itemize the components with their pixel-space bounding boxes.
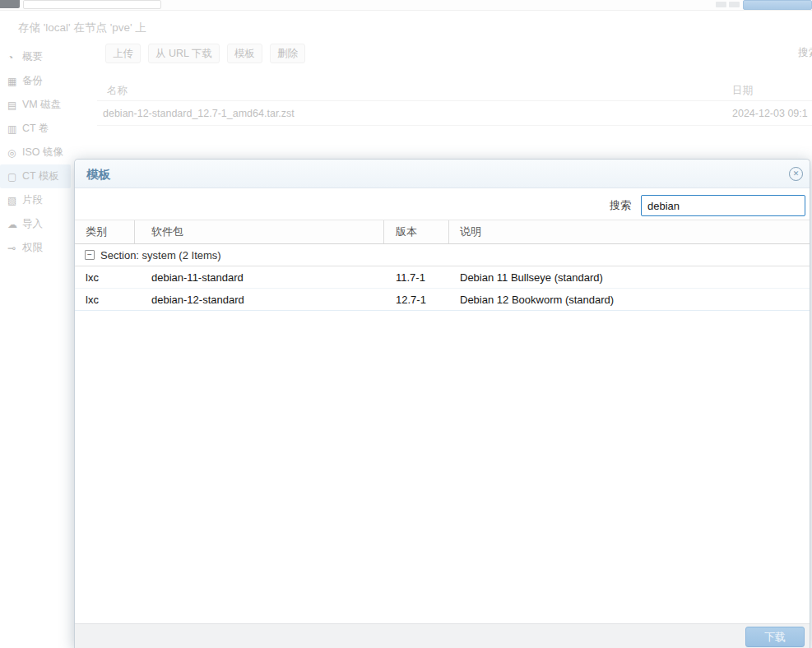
backup-icon: ▦ xyxy=(7,76,22,87)
permissions-icon: ⊸ xyxy=(7,243,22,254)
sidebar-item-label: 导入 xyxy=(22,217,43,231)
ct-volumes-icon: ▥ xyxy=(7,123,22,135)
dialog-footer: 下载 xyxy=(75,623,810,648)
dialog-title: 模板 xyxy=(86,167,110,183)
iso-images-icon: ◎ xyxy=(7,147,22,159)
template-version: 12.7-1 xyxy=(384,289,449,310)
description-column-header[interactable]: 说明 xyxy=(449,220,810,243)
snippets-icon: ▧ xyxy=(7,195,22,206)
file-name: debian-12-standard_12.7-1_amd64.tar.zst xyxy=(103,108,295,119)
sidebar-item-summary[interactable]: ◔ 概要 xyxy=(0,45,71,69)
template-grid: 类别 软件包 版本 说明 − Section: system (2 Items)… xyxy=(75,220,810,311)
sidebar-item-label: CT 卷 xyxy=(22,122,49,136)
category-column-header[interactable]: 类别 xyxy=(75,220,135,243)
documentation-icon[interactable] xyxy=(716,2,726,7)
version-column-header[interactable]: 版本 xyxy=(384,220,449,243)
download-button[interactable]: 下载 xyxy=(745,627,805,647)
file-toolbar: 上传 从 URL 下载 模板 删除 搜索 xyxy=(97,42,812,67)
remove-button[interactable]: 删除 xyxy=(270,44,305,63)
user-menu-icon[interactable] xyxy=(729,2,740,7)
name-column-header[interactable]: 名称 xyxy=(107,84,128,98)
sidebar-item-label: 权限 xyxy=(22,241,43,255)
template-row-debian-12[interactable]: lxc debian-12-standard 12.7-1 Debian 12 … xyxy=(75,289,810,311)
sidebar-item-snippets[interactable]: ▧ 片段 xyxy=(0,188,71,212)
template-category: lxc xyxy=(75,289,135,310)
dialog-header[interactable]: 模板 ✕ xyxy=(75,160,810,188)
create-vm-button[interactable] xyxy=(743,0,812,10)
template-package: debian-11-standard xyxy=(135,266,384,288)
template-description: Debian 11 Bullseye (standard) xyxy=(449,266,810,288)
template-category: lxc xyxy=(75,266,135,288)
file-table-header: 名称 日期 xyxy=(97,78,812,101)
sidebar-item-iso-images[interactable]: ◎ ISO 镜像 xyxy=(0,141,71,164)
ct-templates-icon: ▢ xyxy=(7,171,22,183)
sidebar-item-ct-volumes[interactable]: ▥ CT 卷 xyxy=(0,117,71,141)
sidebar-item-label: ISO 镜像 xyxy=(22,146,63,160)
template-version: 11.7-1 xyxy=(384,266,449,288)
templates-button[interactable]: 模板 xyxy=(227,44,262,63)
template-package: debian-12-standard xyxy=(135,289,384,310)
package-column-header[interactable]: 软件包 xyxy=(135,220,384,243)
global-search-input[interactable] xyxy=(23,0,161,9)
template-grid-header: 类别 软件包 版本 说明 xyxy=(75,220,810,244)
sidebar-item-backups[interactable]: ▦ 备份 xyxy=(0,69,71,93)
storage-breadcrumb: 存储 'local' 在节点 'pve' 上 xyxy=(18,21,146,35)
sidebar-item-permissions[interactable]: ⊸ 权限 xyxy=(0,236,71,260)
section-group-header: − Section: system (2 Items) xyxy=(75,244,810,266)
sidebar-item-ct-templates[interactable]: ▢ CT 模板 xyxy=(0,164,71,188)
template-description: Debian 12 Bookworm (standard) xyxy=(449,289,810,310)
template-search-row: 搜索 xyxy=(75,188,810,220)
storage-sidebar: ◔ 概要 ▦ 备份 ▤ VM 磁盘 ▥ CT 卷 ◎ ISO 镜像 ▢ CT 模… xyxy=(0,45,71,260)
collapse-section-icon[interactable]: − xyxy=(85,250,95,260)
download-from-url-button[interactable]: 从 URL 下载 xyxy=(148,44,220,63)
sidebar-item-label: 片段 xyxy=(22,193,43,207)
sidebar-item-vm-disks[interactable]: ▤ VM 磁盘 xyxy=(0,93,71,117)
template-row-debian-11[interactable]: lxc debian-11-standard 11.7-1 Debian 11 … xyxy=(75,266,810,289)
sidebar-item-import[interactable]: ☁ 导入 xyxy=(0,212,71,236)
app-header xyxy=(0,0,812,11)
file-search-label[interactable]: 搜索 xyxy=(798,46,812,60)
proxmox-logo xyxy=(0,0,20,8)
template-search-input[interactable] xyxy=(641,195,805,216)
vm-disks-icon: ▤ xyxy=(7,100,22,111)
sidebar-item-label: VM 磁盘 xyxy=(22,98,61,112)
gauge-icon: ◔ xyxy=(7,52,22,63)
import-icon: ☁ xyxy=(7,219,22,230)
template-search-label: 搜索 xyxy=(610,198,631,213)
upload-button[interactable]: 上传 xyxy=(105,44,141,63)
date-column-header[interactable]: 日期 xyxy=(732,84,753,98)
file-date: 2024-12-03 09:1 xyxy=(732,108,808,119)
sidebar-item-label: CT 模板 xyxy=(22,169,59,183)
sidebar-item-label: 备份 xyxy=(22,74,43,88)
section-label: Section: system (2 Items) xyxy=(100,249,221,262)
templates-dialog: 模板 ✕ 搜索 类别 软件包 版本 说明 − Section: system (… xyxy=(74,159,810,648)
close-icon[interactable]: ✕ xyxy=(789,167,803,181)
ct-templates-panel: 上传 从 URL 下载 模板 删除 搜索 名称 日期 debian-12-sta… xyxy=(97,42,812,126)
file-row[interactable]: debian-12-standard_12.7-1_amd64.tar.zst … xyxy=(97,101,812,126)
sidebar-item-label: 概要 xyxy=(22,50,43,64)
